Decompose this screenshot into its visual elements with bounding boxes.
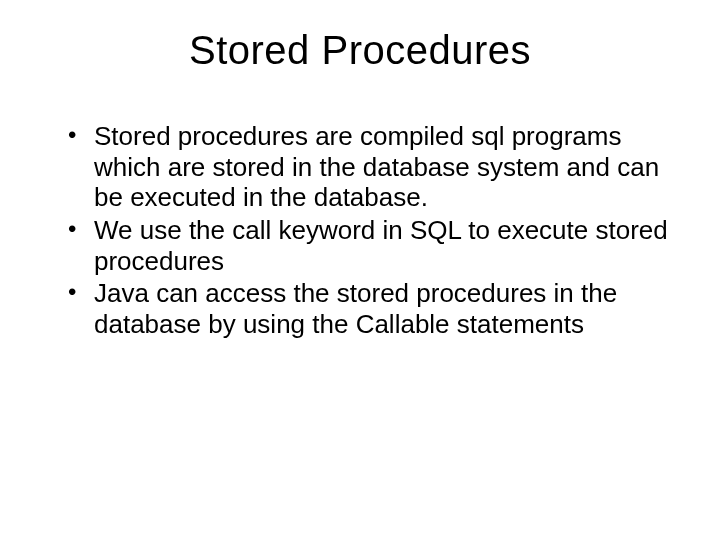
slide-title: Stored Procedures — [50, 28, 670, 73]
slide-container: Stored Procedures Stored procedures are … — [0, 0, 720, 540]
list-item: Stored procedures are compiled sql progr… — [68, 121, 670, 213]
list-item: Java can access the stored procedures in… — [68, 278, 670, 339]
bullet-list: Stored procedures are compiled sql progr… — [50, 121, 670, 340]
list-item: We use the call keyword in SQL to execut… — [68, 215, 670, 276]
